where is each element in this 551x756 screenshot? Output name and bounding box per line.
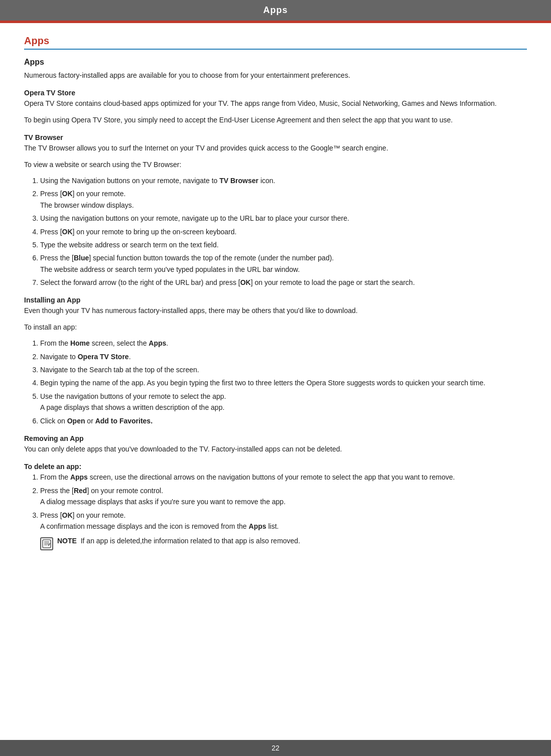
tv-browser-para2: To view a website or search using the TV…: [24, 159, 527, 170]
delete-app-steps: From the Apps screen, use the directiona…: [40, 472, 527, 532]
list-item: From the Home screen, select the Apps.: [40, 338, 527, 349]
note-text: If an app is deleted,the information rel…: [81, 537, 300, 545]
opera-tv-store-para2: To begin using Opera TV Store, you simpl…: [24, 114, 527, 125]
tv-browser-heading: TV Browser: [24, 133, 527, 141]
installing-app-para1: Even though your TV has numerous factory…: [24, 305, 527, 316]
delete-app-heading: To delete an app:: [24, 463, 527, 471]
apps-main-heading: Apps: [24, 58, 527, 67]
main-content: Apps Apps Opera TV Store contains cloud-…: [0, 23, 551, 740]
list-item: Press [OK] on your remote to bring up th…: [40, 226, 527, 237]
list-item: Using the Navigation buttons on your rem…: [40, 175, 527, 186]
list-item: Press the [Blue] special function button…: [40, 252, 527, 275]
sub-line: The browser window displays.: [40, 200, 527, 211]
tv-browser-steps: Using the Navigation buttons on your rem…: [40, 175, 527, 288]
list-item: Type the website address or search term …: [40, 239, 527, 250]
footer: 22: [0, 740, 551, 756]
tv-browser-para1: The TV Browser allows you to surf the In…: [24, 142, 527, 154]
apps-intro-text: Numerous factory-installed apps are avai…: [24, 70, 527, 81]
note-box: NOTE If an app is deleted,the informatio…: [40, 537, 527, 550]
list-item: Navigate to the Search tab at the top of…: [40, 364, 527, 375]
list-item: Press [OK] on your remote. The browser w…: [40, 188, 527, 211]
list-item: Select the forward arrow (to the right o…: [40, 277, 527, 288]
removing-app-para1: You can only delete apps that you've dow…: [24, 443, 527, 455]
header-title: Apps: [263, 5, 288, 15]
installing-app-heading: Installing an App: [24, 296, 527, 304]
list-item: Click on Open or Add to Favorites.: [40, 415, 527, 426]
list-item: Begin typing the name of the app. As you…: [40, 377, 527, 388]
sub-line: A confirmation message displays and the …: [40, 521, 527, 532]
note-icon: [40, 537, 53, 550]
list-item: From the Apps screen, use the directiona…: [40, 472, 527, 483]
note-label: NOTE If an app is deleted,the informatio…: [57, 537, 300, 545]
list-item: Using the navigation buttons on your rem…: [40, 213, 527, 224]
list-item: Press [OK] on your remote. A confirmatio…: [40, 510, 527, 532]
list-item: Navigate to Opera TV Store.: [40, 351, 527, 362]
header-bar: Apps: [0, 0, 551, 21]
opera-tv-store-heading: Opera TV Store: [24, 89, 527, 97]
page-number: 22: [271, 744, 280, 752]
list-item: Use the navigation buttons of your remot…: [40, 391, 527, 413]
sub-line: The website address or search term you'v…: [40, 264, 527, 275]
sub-line: A page displays that shows a written des…: [40, 402, 527, 413]
opera-tv-store-para1: Opera TV Store contains cloud-based apps…: [24, 98, 527, 109]
sub-line: A dialog message displays that asks if y…: [40, 496, 527, 507]
installing-app-steps: From the Home screen, select the Apps. N…: [40, 338, 527, 426]
installing-app-para2: To install an app:: [24, 322, 527, 333]
page-title: Apps: [24, 35, 527, 50]
note-svg-icon: [42, 539, 51, 548]
list-item: Press the [Red] on your remote control. …: [40, 485, 527, 508]
note-label-bold: NOTE: [57, 537, 77, 545]
removing-app-heading: Removing an App: [24, 434, 527, 442]
